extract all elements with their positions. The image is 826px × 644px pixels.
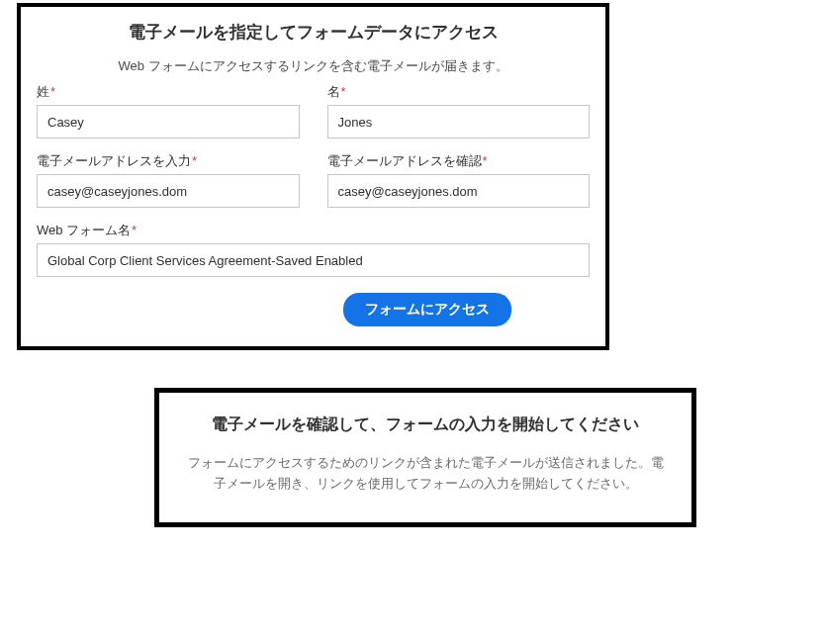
form-name-label: Web フォーム名* [37,222,590,239]
access-form-panel: 電子メールを指定してフォームデータにアクセス Web フォームにアクセスするリン… [17,3,609,350]
email-input[interactable] [37,174,300,208]
confirm-title: 電子メールを確認して、フォームの入力を開始してください [187,414,664,435]
form-name-input[interactable] [37,243,590,277]
first-name-label: 名* [327,83,591,101]
required-mark: * [192,153,197,168]
first-name-input[interactable] [327,105,591,138]
last-name-label: 姓* [37,83,300,101]
panel-title: 電子メールを指定してフォームデータにアクセス [37,21,590,44]
email-confirm-input[interactable] [327,174,591,208]
required-mark: * [50,84,55,99]
email-label: 電子メールアドレスを入力* [37,152,300,170]
required-mark: * [483,153,488,168]
panel-subtitle: Web フォームにアクセスするリンクを含む電子メールが届きます。 [37,57,590,75]
confirm-body: フォームにアクセスするためのリンクが含まれた電子メールが送信されました。電子メー… [187,453,664,495]
email-confirm-label: 電子メールアドレスを確認* [327,152,591,170]
confirm-email-panel: 電子メールを確認して、フォームの入力を開始してください フォームにアクセスするた… [154,388,696,527]
access-form-button[interactable]: フォームにアクセス [343,293,511,326]
required-mark: * [132,223,137,237]
last-name-input[interactable] [37,105,300,138]
required-mark: * [341,84,346,99]
